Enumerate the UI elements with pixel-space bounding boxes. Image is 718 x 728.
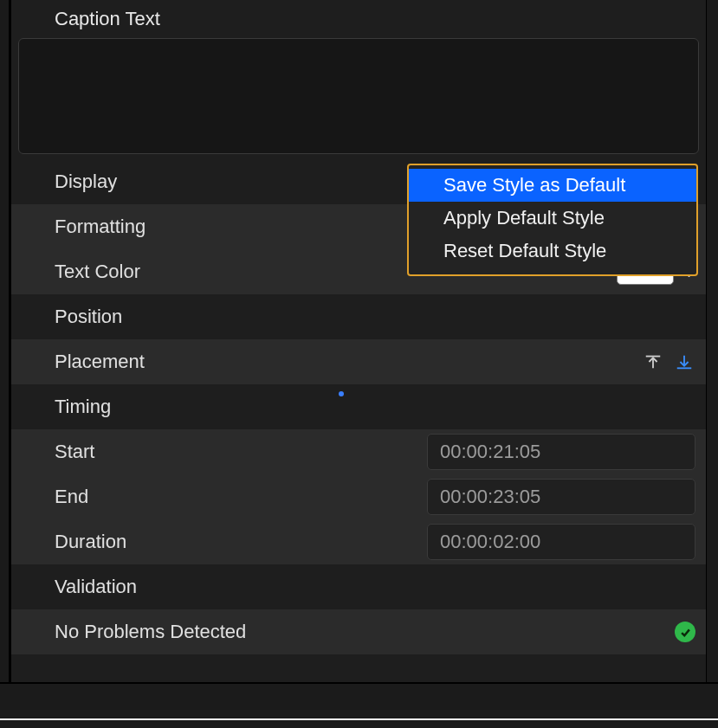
footer-bar <box>0 684 718 718</box>
formatting-label: Formatting <box>55 216 146 238</box>
end-label: End <box>55 486 88 508</box>
validation-ok-icon <box>675 622 695 642</box>
duration-row: Duration 00:00:02:00 <box>11 519 706 564</box>
validation-status-text: No Problems Detected <box>55 621 246 643</box>
validation-status-row: No Problems Detected <box>11 609 706 654</box>
timing-row: Timing <box>11 384 706 429</box>
menu-item-label: Reset Default Style <box>443 240 606 262</box>
start-time-input[interactable]: 00:00:21:05 <box>427 434 695 470</box>
duration-label: Duration <box>55 531 126 553</box>
end-time-value: 00:00:23:05 <box>440 486 540 508</box>
display-label: Display <box>55 171 117 193</box>
end-time-input[interactable]: 00:00:23:05 <box>427 479 695 515</box>
style-popup-menu: Save Style as Default Apply Default Styl… <box>407 164 698 276</box>
bottom-highlight-line <box>0 718 718 720</box>
menu-item-apply-default-style[interactable]: Apply Default Style <box>409 202 696 235</box>
validation-label: Validation <box>55 576 137 598</box>
position-label: Position <box>55 306 122 328</box>
placement-bottom-icon[interactable] <box>673 351 695 373</box>
timing-indicator-dot-icon <box>339 391 344 396</box>
start-label: Start <box>55 441 94 463</box>
placement-top-icon[interactable] <box>642 351 664 373</box>
placement-row: Placement <box>11 339 706 384</box>
caption-text-input[interactable] <box>18 38 699 154</box>
start-time-value: 00:00:21:05 <box>440 441 540 463</box>
text-color-label: Text Color <box>55 261 140 283</box>
start-row: Start 00:00:21:05 <box>11 429 706 474</box>
menu-item-label: Apply Default Style <box>443 207 605 229</box>
menu-item-reset-default-style[interactable]: Reset Default Style <box>409 235 696 267</box>
caption-text-wrap <box>11 38 706 159</box>
position-row: Position <box>11 294 706 339</box>
duration-time-input[interactable]: 00:00:02:00 <box>427 524 695 560</box>
validation-row: Validation <box>11 564 706 609</box>
timing-label: Timing <box>55 396 111 418</box>
caption-text-header: Caption Text <box>11 0 706 38</box>
menu-item-label: Save Style as Default <box>443 174 625 196</box>
duration-time-value: 00:00:02:00 <box>440 531 540 553</box>
placement-label: Placement <box>55 351 145 373</box>
caption-text-label: Caption Text <box>55 8 160 30</box>
end-row: End 00:00:23:05 <box>11 474 706 519</box>
inspector-panel: Caption Text Display Formatting Text Col… <box>9 0 707 682</box>
menu-item-save-style-default[interactable]: Save Style as Default <box>409 169 696 202</box>
